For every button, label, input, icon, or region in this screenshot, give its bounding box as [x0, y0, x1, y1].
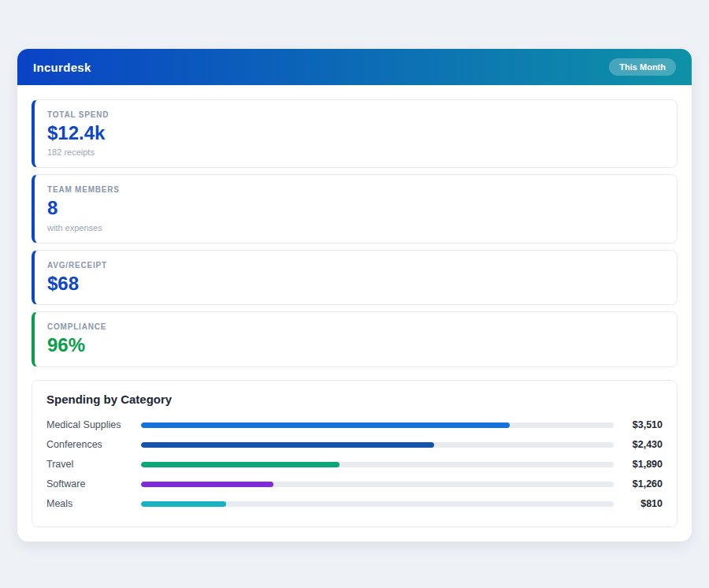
- app-header: Incurdesk This Month: [17, 49, 692, 85]
- category-value: $810: [614, 498, 663, 509]
- bar-track: [141, 422, 614, 428]
- bar-track: [141, 442, 614, 448]
- category-label: Meals: [46, 498, 141, 509]
- stat-card-team-members: TEAM MEMBERS 8 with expenses: [32, 174, 677, 243]
- bar-track: [141, 462, 614, 467]
- spending-row-conferences: Conferences $2,430: [46, 435, 663, 455]
- stat-subtext: 182 receipts: [47, 147, 664, 157]
- spending-title: Spending by Category: [46, 393, 663, 406]
- category-label: Software: [46, 478, 141, 489]
- app-title: Incurdesk: [33, 61, 91, 74]
- category-value: $1,890: [614, 459, 663, 470]
- category-label: Travel: [46, 459, 141, 470]
- stat-label: COMPLIANCE: [47, 322, 664, 331]
- bar-fill: [141, 422, 510, 428]
- stat-subtext: with expenses: [47, 223, 664, 233]
- period-badge[interactable]: This Month: [609, 58, 676, 76]
- dashboard-content: TOTAL SPEND $12.4k 182 receipts TEAM MEM…: [17, 85, 692, 541]
- bar-fill: [141, 442, 434, 448]
- category-value: $3,510: [614, 419, 663, 430]
- category-value: $2,430: [614, 439, 663, 450]
- category-value: $1,260: [614, 478, 663, 489]
- spending-row-software: Software $1,260: [46, 474, 663, 494]
- spending-row-travel: Travel $1,890: [46, 455, 663, 474]
- spending-row-medical-supplies: Medical Supplies $3,510: [46, 415, 663, 435]
- dashboard-card: Incurdesk This Month TOTAL SPEND $12.4k …: [17, 49, 692, 541]
- spending-by-category-card: Spending by Category Medical Supplies $3…: [32, 380, 677, 527]
- bar-fill: [141, 501, 226, 507]
- stat-label: TEAM MEMBERS: [47, 185, 664, 194]
- bar-fill: [141, 462, 340, 467]
- stat-value: 96%: [47, 335, 664, 355]
- stat-card-compliance: COMPLIANCE 96%: [32, 311, 677, 367]
- stat-value: 8: [47, 198, 664, 218]
- stat-value: $12.4k: [47, 123, 664, 143]
- bar-track: [141, 482, 614, 487]
- stat-label: TOTAL SPEND: [47, 110, 664, 119]
- category-label: Conferences: [46, 439, 141, 450]
- stat-value: $68: [47, 274, 664, 294]
- stat-card-avg-receipt: AVG/RECEIPT $68: [32, 250, 677, 305]
- stat-label: AVG/RECEIPT: [47, 261, 664, 270]
- category-label: Medical Supplies: [46, 419, 141, 430]
- bar-track: [141, 501, 614, 507]
- bar-fill: [141, 482, 273, 487]
- stat-card-total-spend: TOTAL SPEND $12.4k 182 receipts: [32, 99, 677, 168]
- spending-row-meals: Meals $810: [46, 494, 663, 514]
